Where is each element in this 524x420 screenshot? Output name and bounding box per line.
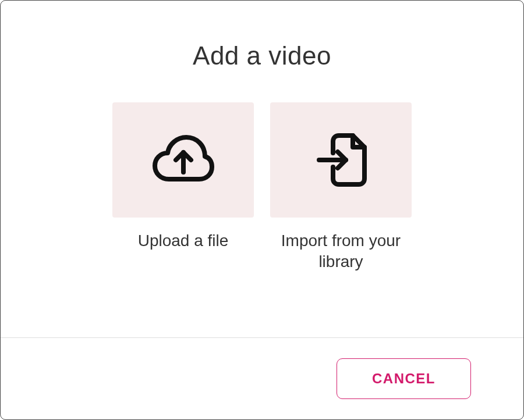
import-library-option[interactable]: Import from your library	[270, 102, 412, 273]
options-row: Upload a file	[112, 102, 412, 273]
upload-file-label: Upload a file	[138, 230, 229, 251]
file-import-icon	[312, 132, 370, 188]
dialog-body: Add a video Upload a file	[1, 1, 523, 337]
dialog-title: Add a video	[193, 41, 331, 70]
cancel-button[interactable]: CANCEL	[337, 358, 471, 399]
import-library-label: Import from your library	[280, 230, 402, 273]
upload-file-tile	[112, 102, 254, 218]
dialog-footer: CANCEL	[1, 337, 523, 419]
cloud-upload-icon	[151, 134, 215, 186]
import-library-tile	[270, 102, 412, 218]
add-video-dialog: Add a video Upload a file	[0, 0, 524, 420]
upload-file-option[interactable]: Upload a file	[112, 102, 254, 273]
